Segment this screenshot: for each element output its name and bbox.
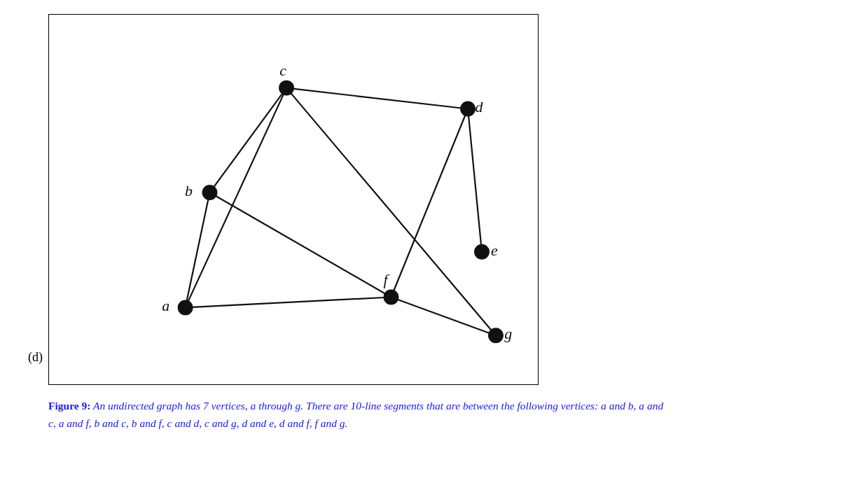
svg-point-18 — [474, 244, 490, 260]
svg-text:d: d — [476, 98, 483, 115]
svg-line-7 — [468, 108, 482, 251]
figure-caption: Figure 9: An undirected graph has 7 vert… — [48, 398, 665, 433]
svg-text:a: a — [162, 297, 169, 314]
figure-label: Figure 9: — [48, 400, 90, 412]
svg-point-12 — [202, 185, 217, 200]
svg-line-0 — [186, 192, 210, 307]
svg-text:e: e — [491, 241, 498, 259]
caption-text: An undirected graph has 7 vertices, a th… — [48, 400, 663, 429]
svg-point-20 — [384, 290, 399, 305]
svg-text:g: g — [504, 325, 512, 342]
svg-line-4 — [209, 192, 391, 297]
svg-text:f: f — [383, 271, 389, 288]
svg-text:c: c — [279, 62, 286, 79]
svg-line-8 — [391, 108, 468, 297]
svg-point-22 — [488, 328, 504, 343]
svg-point-10 — [178, 300, 193, 315]
svg-line-1 — [186, 88, 286, 308]
svg-line-3 — [209, 88, 286, 192]
svg-point-14 — [279, 80, 294, 96]
figure-part-label: (d) — [28, 350, 43, 365]
graph-box: abcdefg — [48, 14, 539, 385]
svg-line-2 — [186, 297, 391, 307]
content-area: abcdefg Figure 9: An undirected graph ha… — [48, 14, 665, 433]
outer-container: (d) abcdefg Figure 9: An undirected grap… — [28, 14, 825, 433]
svg-text:b: b — [185, 182, 193, 200]
svg-line-5 — [286, 88, 468, 109]
svg-point-16 — [460, 102, 476, 117]
graph-svg: abcdefg — [49, 15, 538, 384]
